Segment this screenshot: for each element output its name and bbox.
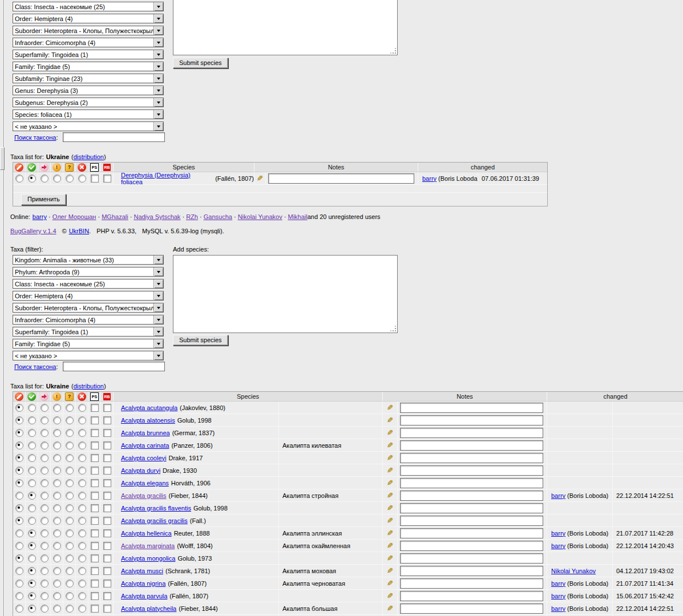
dropdown-button[interactable] bbox=[153, 279, 163, 288]
note-input[interactable] bbox=[400, 440, 543, 451]
status-radio[interactable] bbox=[78, 542, 86, 550]
changed-user-link[interactable]: barry bbox=[551, 492, 565, 499]
ps-checkbox[interactable] bbox=[91, 529, 99, 537]
status-radio[interactable] bbox=[78, 492, 86, 500]
note-input[interactable] bbox=[400, 566, 543, 576]
taxon-search-input-bottom[interactable] bbox=[63, 362, 165, 371]
dropdown-button[interactable] bbox=[153, 50, 163, 59]
dropdown-button[interactable] bbox=[153, 14, 163, 23]
pencil-icon[interactable]: ✎ bbox=[387, 491, 393, 500]
status-radio[interactable] bbox=[78, 579, 86, 587]
status-radio[interactable] bbox=[28, 542, 36, 550]
species-link[interactable]: Acalypta elegans bbox=[121, 480, 169, 487]
ps-checkbox[interactable] bbox=[91, 592, 99, 600]
species-link[interactable]: Acalypta acutangula bbox=[121, 404, 177, 411]
ps-checkbox[interactable] bbox=[91, 441, 99, 449]
species-link[interactable]: Acalypta cooleyi bbox=[121, 455, 167, 461]
note-input[interactable] bbox=[400, 478, 543, 488]
changed-user-link[interactable]: barry bbox=[551, 580, 565, 587]
status-radio[interactable] bbox=[78, 517, 86, 525]
frame-scrollbar-thumb[interactable] bbox=[0, 147, 5, 170]
status-radio[interactable] bbox=[41, 404, 49, 412]
distribution-link[interactable]: distribution bbox=[74, 153, 104, 160]
rb-checkbox[interactable] bbox=[103, 579, 111, 587]
status-radio[interactable] bbox=[53, 429, 61, 437]
status-radio[interactable] bbox=[78, 479, 86, 487]
taxon-select[interactable]: Genus: Derephysia (3) bbox=[13, 86, 164, 95]
pencil-icon[interactable]: ✎ bbox=[387, 516, 393, 525]
taxon-select[interactable]: < не указано > bbox=[13, 121, 164, 131]
status-radio[interactable] bbox=[78, 175, 86, 183]
rb-checkbox[interactable] bbox=[103, 441, 111, 449]
taxon-select[interactable]: Suborder: Heteroptera - Клопы, Полужестк… bbox=[13, 303, 164, 313]
rb-checkbox[interactable] bbox=[103, 504, 111, 512]
status-radio[interactable] bbox=[28, 175, 36, 183]
status-radio[interactable] bbox=[15, 517, 23, 525]
status-radio[interactable] bbox=[15, 529, 23, 537]
ps-checkbox[interactable] bbox=[91, 542, 99, 550]
status-radio[interactable] bbox=[28, 529, 36, 537]
status-radio[interactable] bbox=[41, 554, 49, 562]
status-radio[interactable] bbox=[53, 492, 61, 500]
pencil-icon[interactable]: ✎ bbox=[387, 554, 393, 562]
status-radio[interactable] bbox=[53, 567, 61, 575]
taxon-select[interactable]: Suborder: Heteroptera - Клопы, Полужестк… bbox=[13, 26, 164, 35]
taxon-select[interactable]: Infraorder: Cimicomorpha (4) bbox=[13, 315, 164, 325]
ps-checkbox[interactable] bbox=[91, 567, 99, 575]
status-radio[interactable] bbox=[15, 554, 23, 562]
changed-user-link[interactable]: barry bbox=[551, 530, 565, 537]
status-radio[interactable] bbox=[15, 492, 23, 500]
status-radio[interactable] bbox=[53, 416, 61, 424]
status-radio[interactable] bbox=[53, 467, 61, 475]
taxon-select[interactable]: Phylum: Arthropoda (9) bbox=[13, 267, 164, 277]
pencil-icon[interactable]: ✎ bbox=[387, 604, 393, 613]
changed-user-link[interactable]: Nikolai Yunakov bbox=[551, 568, 596, 574]
dropdown-button[interactable] bbox=[153, 26, 163, 35]
status-radio[interactable] bbox=[28, 579, 36, 587]
status-radio[interactable] bbox=[41, 441, 49, 449]
status-radio[interactable] bbox=[78, 454, 86, 462]
rb-checkbox[interactable] bbox=[103, 416, 111, 424]
note-input[interactable] bbox=[400, 428, 543, 438]
status-radio[interactable] bbox=[28, 441, 36, 449]
status-radio[interactable] bbox=[53, 605, 61, 613]
status-radio[interactable] bbox=[53, 454, 61, 462]
species-link[interactable]: Acalypta marginata bbox=[121, 542, 175, 549]
status-radio[interactable] bbox=[15, 175, 23, 183]
ps-checkbox[interactable] bbox=[91, 416, 99, 424]
status-radio[interactable] bbox=[28, 592, 36, 600]
status-radio[interactable] bbox=[66, 517, 74, 525]
note-input[interactable] bbox=[400, 453, 543, 463]
status-radio[interactable] bbox=[53, 542, 61, 550]
rb-checkbox[interactable] bbox=[103, 517, 111, 525]
apply-button[interactable]: Применить bbox=[21, 194, 66, 205]
status-radio[interactable] bbox=[66, 416, 74, 424]
status-radio[interactable] bbox=[15, 467, 23, 475]
rb-checkbox[interactable] bbox=[103, 404, 111, 412]
pencil-icon[interactable]: ✎ bbox=[387, 566, 393, 575]
taxon-select[interactable]: Family: Tingidae (5) bbox=[13, 339, 164, 348]
status-radio[interactable] bbox=[66, 175, 74, 183]
changed-user-link[interactable]: barry bbox=[551, 605, 565, 612]
species-link[interactable]: Acalypta duryi bbox=[121, 467, 160, 474]
status-radio[interactable] bbox=[41, 429, 49, 437]
ps-checkbox[interactable] bbox=[91, 175, 99, 183]
note-input[interactable] bbox=[400, 516, 543, 526]
taxon-select[interactable]: Superfamily: Tingoidea (1) bbox=[13, 50, 164, 59]
note-input[interactable] bbox=[400, 491, 543, 501]
status-radio[interactable] bbox=[28, 467, 36, 475]
submit-species-button-top[interactable]: Submit species bbox=[173, 58, 228, 68]
status-radio[interactable] bbox=[66, 454, 74, 462]
dropdown-button[interactable] bbox=[153, 256, 163, 264]
status-radio[interactable] bbox=[53, 504, 61, 512]
status-radio[interactable] bbox=[41, 492, 49, 500]
status-radio[interactable] bbox=[41, 605, 49, 613]
status-radio[interactable] bbox=[28, 605, 36, 613]
status-radio[interactable] bbox=[15, 504, 23, 512]
dropdown-button[interactable] bbox=[153, 291, 163, 300]
rb-checkbox[interactable] bbox=[103, 175, 111, 183]
rb-checkbox[interactable] bbox=[103, 492, 111, 500]
note-input[interactable] bbox=[400, 578, 543, 589]
dropdown-button[interactable] bbox=[153, 315, 163, 324]
rb-checkbox[interactable] bbox=[103, 554, 111, 562]
